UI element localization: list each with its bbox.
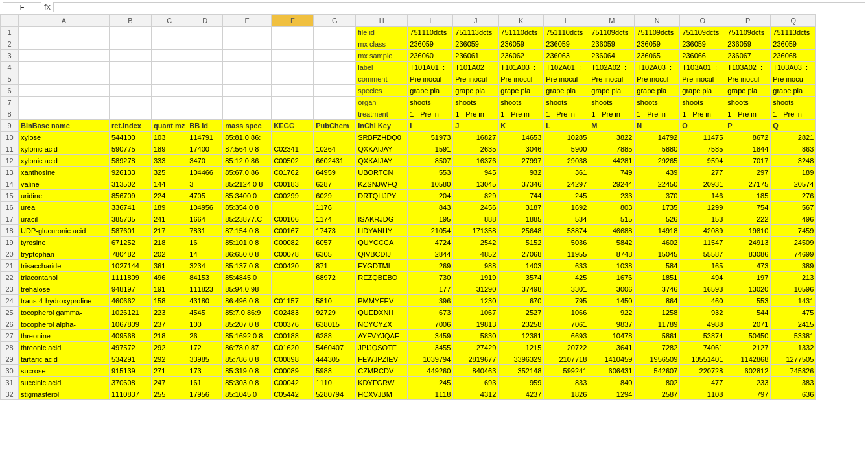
empty-cell[interactable] [187,27,223,38]
inchi-cell[interactable]: SRBFZHDQ0 [356,132,408,143]
mass-spec-cell[interactable]: 85:1692.0 8 [223,330,272,342]
quant-mz-cell[interactable]: 361 [152,260,187,272]
col-o-cell[interactable]: 277 [680,167,725,178]
col-k-cell[interactable]: 27068 [499,248,544,260]
col-l-cell[interactable]: 1066 [544,307,589,318]
meta-val-7-4[interactable]: shoots [589,97,635,108]
mass-spec-cell[interactable]: 85:1045.0 [223,388,272,400]
quant-mz-cell[interactable]: 247 [152,377,187,388]
col-p-cell[interactable]: 7017 [725,155,771,167]
kegg-cell[interactable]: C00183 [272,178,314,190]
header-cell-3[interactable]: BB id [187,120,223,132]
col-m-cell[interactable]: 8748 [589,248,635,260]
col-n-cell[interactable]: 22450 [635,178,680,190]
mass-spec-cell[interactable]: 86:78.0 87 [223,342,272,353]
quant-mz-cell[interactable]: 223 [152,307,187,318]
bb-id-cell[interactable]: 114791 [187,132,223,143]
inchi-cell[interactable]: FYGDTML [356,260,408,272]
pubchem-cell[interactable]: 6305 [314,248,356,260]
col-j-cell[interactable]: 4852 [453,248,499,260]
col-j-cell[interactable]: 13045 [453,178,499,190]
meta-label-7[interactable]: organ [356,97,408,108]
empty-cell[interactable] [187,85,223,97]
mass-spec-cell[interactable]: 85:319.0 8 [223,365,272,377]
ret-index-cell[interactable]: 948197 [110,283,152,295]
col-m-cell[interactable]: 3822 [589,132,635,143]
header-cell-16[interactable]: Q [771,120,816,132]
meta-val-3-8[interactable]: 236068 [771,50,816,62]
meta-val-3-6[interactable]: 236066 [680,50,725,62]
meta-val-6-0[interactable]: grape pla [408,85,453,97]
col-q-cell[interactable]: 1277505 [771,353,816,365]
meta-val-7-1[interactable]: shoots [453,97,499,108]
col-q-cell[interactable]: 2415 [771,318,816,330]
col-header-o[interactable]: O [680,15,725,27]
col-i-cell[interactable]: 843 [408,202,453,213]
col-i-cell[interactable]: 396 [408,295,453,307]
col-n-cell[interactable]: 14918 [635,225,680,237]
ret-index-cell[interactable]: 370608 [110,377,152,388]
col-j-cell[interactable]: 1067 [453,307,499,318]
pubchem-cell[interactable]: 5810 [314,295,356,307]
meta-val-7-8[interactable]: shoots [771,97,816,108]
empty-cell[interactable] [272,85,314,97]
header-cell-2[interactable]: quant mz [152,120,187,132]
mass-spec-cell[interactable]: 87:564.0 8 [223,143,272,155]
pubchem-cell[interactable]: 5988 [314,365,356,377]
col-j-cell[interactable]: 829 [453,190,499,202]
bb-id-cell[interactable]: 1664 [187,213,223,225]
mass-spec-cell[interactable]: 85:354.0 8 [223,202,272,213]
col-m-cell[interactable]: 1038 [589,260,635,272]
col-n-cell[interactable]: 526 [635,213,680,225]
col-header-l[interactable]: L [544,15,589,27]
col-k-cell[interactable]: 1215 [499,342,544,353]
bb-id-cell[interactable]: 111823 [187,283,223,295]
col-o-cell[interactable]: 153 [680,213,725,225]
kegg-cell[interactable]: C00898 [272,353,314,365]
pubchem-cell[interactable]: 6029 [314,190,356,202]
empty-cell[interactable] [110,62,152,73]
meta-val-6-8[interactable]: grape pla [771,85,816,97]
empty-cell[interactable] [152,62,187,73]
col-l-cell[interactable]: 534 [544,213,589,225]
col-j-cell[interactable]: 693 [453,377,499,388]
bb-id-cell[interactable]: 84153 [187,272,223,283]
meta-val-1-2[interactable]: 751110dcts [499,27,544,38]
col-p-cell[interactable]: 13020 [725,283,771,295]
name-cell[interactable]: stigmasterol [19,388,110,400]
empty-cell[interactable] [314,38,356,50]
col-l-cell[interactable]: 53874 [544,225,589,237]
name-cell[interactable]: trisaccharide [19,260,110,272]
col-k-cell[interactable]: 37346 [499,178,544,190]
col-k-cell[interactable]: 959 [499,377,544,388]
col-k-cell[interactable]: 5152 [499,237,544,248]
kegg-cell[interactable]: C00167 [272,225,314,237]
kegg-cell[interactable]: C00376 [272,318,314,330]
col-i-cell[interactable]: 204 [408,190,453,202]
inchi-cell[interactable]: NCYCYZX [356,318,408,330]
col-j-cell[interactable]: 988 [453,260,499,272]
kegg-cell[interactable] [272,202,314,213]
col-p-cell[interactable]: 27175 [725,178,771,190]
col-n-cell[interactable]: 370 [635,190,680,202]
empty-cell[interactable] [110,85,152,97]
col-o-cell[interactable]: 477 [680,377,725,388]
kegg-cell[interactable]: C01620 [272,342,314,353]
empty-cell[interactable] [223,108,272,120]
pubchem-cell[interactable] [314,283,356,295]
meta-val-5-7[interactable]: Pre inocul [725,73,771,85]
meta-val-8-8[interactable]: 1 - Pre in [771,108,816,120]
bb-id-cell[interactable]: 100 [187,318,223,330]
col-j-cell[interactable]: 2542 [453,237,499,248]
meta-val-6-4[interactable]: grape pla [589,85,635,97]
col-k-cell[interactable]: 27997 [499,155,544,167]
bb-id-cell[interactable]: 3470 [187,155,223,167]
empty-cell[interactable] [223,62,272,73]
col-n-cell[interactable]: 864 [635,295,680,307]
col-k-cell[interactable]: 670 [499,295,544,307]
col-q-cell[interactable]: 475 [771,307,816,318]
meta-val-5-1[interactable]: Pre inocul [453,73,499,85]
name-cell[interactable]: tyrosine [19,237,110,248]
header-cell-5[interactable]: KEGG [272,120,314,132]
meta-label-4[interactable]: label [356,62,408,73]
